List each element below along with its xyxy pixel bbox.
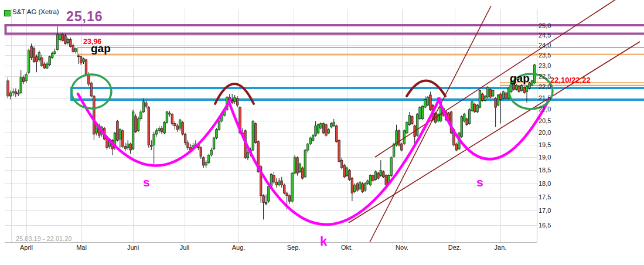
y-axis-tick-19,0: 19,0: [539, 154, 551, 161]
y-axis-tick-17,5: 17,5: [539, 193, 551, 201]
y-axis-tick-19,5: 19,5: [539, 141, 551, 148]
neckline-zone-box: [71, 88, 644, 100]
stock-chart-window: S&T AG (Xetra) 25,16 23,96 gap gap 22,10…: [0, 0, 644, 265]
date-range-label: 25.03.19 - 22.01.20: [16, 235, 71, 242]
y-axis-tick-25,0: 25,0: [539, 22, 551, 29]
y-axis-tick-18,5: 18,5: [539, 167, 551, 174]
chart-legend-title: S&T AG (Xetra): [12, 8, 59, 15]
y-axis-tick-21,0: 21,0: [539, 106, 551, 113]
y-axis-tick-17,0: 17,0: [539, 207, 551, 214]
y-axis-tick-21,5: 21,5: [539, 94, 551, 101]
gap-annotation-right: gap: [510, 72, 530, 85]
y-axis-tick-22,5: 22,5: [539, 73, 551, 80]
head-label: k: [320, 234, 327, 249]
y-axis-tick-20,5: 20,5: [539, 117, 551, 124]
y-axis-tick-24,5: 24,5: [539, 32, 551, 39]
y-axis-tick-23,5: 23,5: [539, 52, 551, 59]
resistance-price-label: 25,16: [66, 9, 103, 25]
x-axis-tick-Sep: Sep.: [287, 244, 301, 251]
gap-zone-box-upper: [78, 47, 644, 55]
y-axis-tick-16,5: 16,5: [539, 222, 551, 229]
legend-series-icon: [4, 10, 11, 16]
y-axis-tick-18,0: 18,0: [539, 180, 551, 187]
right-shoulder-label: s: [476, 175, 483, 189]
x-axis-tick-Nov: Nov.: [396, 244, 408, 251]
y-axis-tick-22,0: 22,0: [539, 83, 551, 90]
x-axis-tick-Aug: Aug.: [232, 244, 246, 251]
x-axis-tick-Juli: Juli: [180, 244, 190, 251]
gap-lower-price-label: 22,10/22,22: [550, 76, 591, 84]
x-axis-tick-Okt: Okt.: [341, 244, 353, 251]
x-axis-tick-Dez: Dez.: [448, 244, 462, 251]
x-axis-tick-April: April: [20, 244, 33, 251]
left-shoulder-label: s: [143, 175, 150, 189]
y-axis-tick-24,0: 24,0: [539, 42, 551, 49]
x-axis-tick-Juni: Juni: [127, 244, 139, 251]
gap-annotation-left: gap: [91, 42, 111, 55]
x-axis-tick-Mai: Mai: [76, 244, 87, 251]
y-axis-tick-20,0: 20,0: [539, 129, 551, 136]
x-axis-tick-Jan: Jan.: [495, 244, 507, 251]
y-axis-tick-23,0: 23,0: [539, 62, 551, 69]
